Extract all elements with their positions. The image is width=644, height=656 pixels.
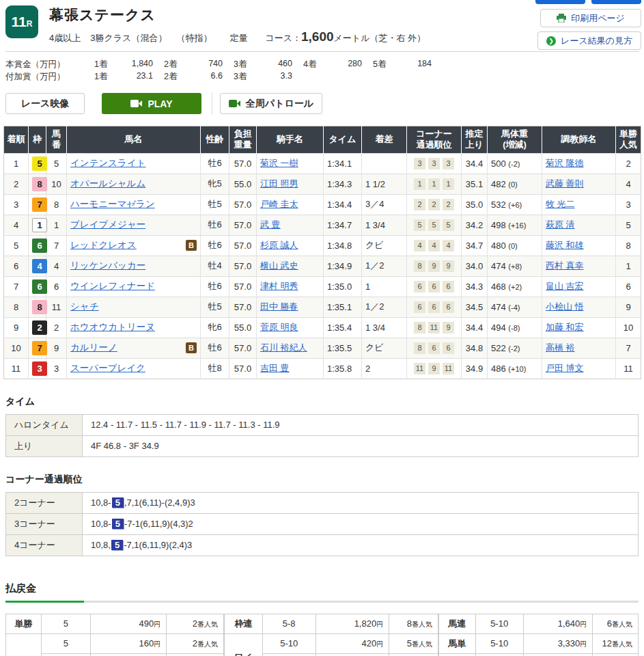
horse-name-link[interactable]: レッドクレオス <box>70 239 137 251</box>
jockey-name-link[interactable]: 杉原 誠人 <box>260 240 298 250</box>
trainer-name-link[interactable]: 牧 光二 <box>546 199 575 209</box>
finish-position: 6 <box>4 256 29 276</box>
horse-name-link[interactable]: インテンスライト <box>70 157 146 169</box>
frame-number-badge: 4 <box>32 259 47 273</box>
frame-number-badge: 8 <box>32 300 47 314</box>
horse-name-link[interactable]: シャチ <box>70 301 98 313</box>
jockey-name-link[interactable]: 横山 武史 <box>260 260 298 271</box>
body-weight-cell: 480 (0) <box>488 235 542 256</box>
corner-positions-cell: 666 <box>407 276 462 297</box>
result-column-header: 馬体重 (増減) <box>488 126 542 154</box>
patrol-video-button[interactable]: 全周パトロール <box>220 93 322 114</box>
payout-combination: 5 <box>41 633 90 653</box>
payout-combination: 5-8 <box>262 653 316 656</box>
horse-name-wrap: オパールシャルム <box>70 178 197 190</box>
result-row: 766ウインレフィナード牡657.0津村 明秀1:35.0166634.3468… <box>4 276 641 297</box>
corner-highlight-number: 5 <box>111 540 123 550</box>
jockey-name-link[interactable]: 田中 勝春 <box>260 301 298 312</box>
prize-rank-label: 1着 <box>94 71 116 83</box>
horse-name-link[interactable]: ホウオウカトリーヌ <box>70 321 155 333</box>
payout-row: 馬連5-101,640円6番人気 <box>438 614 638 633</box>
payout-combination: 5-10 <box>262 633 316 653</box>
trainer-name-link[interactable]: 高橋 裕 <box>546 342 575 353</box>
sex-age: 牡6 <box>201 276 229 297</box>
result-row: 8811シャチ牡557.0田中 勝春1:35.11／266634.5474 (-… <box>4 297 641 317</box>
sex-age: 牡6 <box>201 153 229 174</box>
payout-popularity: 5番人気 <box>389 633 438 653</box>
top-blue-button-2[interactable] <box>591 0 641 4</box>
margin: 2 <box>362 358 407 379</box>
time-section-title: タイム <box>5 396 639 408</box>
jockey-name-link[interactable]: 江田 照男 <box>260 178 298 189</box>
horse-name-link[interactable]: カルリーノ <box>70 342 117 354</box>
prize-rank-label: 3着 <box>234 59 255 70</box>
jockey-name-link[interactable]: 武 豊 <box>260 219 281 230</box>
payout-bet-type: 単勝 <box>6 614 42 633</box>
horse-name-cell: カルリーノB <box>67 338 201 358</box>
trainer-name-link[interactable]: 加藤 和宏 <box>546 322 584 332</box>
trainer-name-link[interactable]: 萩原 清 <box>546 219 575 230</box>
horse-name-link[interactable]: ハーモニーマゼラン <box>70 198 155 210</box>
top-blue-button-1[interactable] <box>535 0 585 4</box>
corner-row-value: 10,8,5-7,1(6,11,9)(2,4)3 <box>83 534 639 556</box>
page-title: 幕張ステークス <box>49 5 425 25</box>
trainer-name-link[interactable]: 戸田 博文 <box>546 363 584 373</box>
body-weight-cell: 474 (-4) <box>488 297 542 317</box>
horse-name-wrap: ホウオウカトリーヌ <box>70 321 197 333</box>
jockey-name-link[interactable]: 菅原 明良 <box>260 322 298 332</box>
payout-popularity: 6番人気 <box>593 614 639 633</box>
corner-order-suffix: ,7,1(6,11)-(2,4,9)3 <box>124 497 195 508</box>
trainer-name-link[interactable]: 菊沢 隆徳 <box>546 158 584 168</box>
win-favorite-rank: 11 <box>616 358 641 379</box>
result-row: 155インテンスライト牡657.0菊沢 一樹1:34.133334.4500 (… <box>4 153 641 174</box>
body-weight-diff: (+16) <box>508 221 526 230</box>
prize-rank-label: 3着 <box>234 71 255 83</box>
result-guide-button[interactable]: ❯ レース結果の見方 <box>537 31 641 50</box>
trainer-name-link[interactable]: 武藤 善則 <box>546 178 584 189</box>
jockey-name-link[interactable]: 吉田 豊 <box>260 363 290 373</box>
win-favorite-rank: 1 <box>616 256 641 276</box>
horse-name-link[interactable]: スーパーブレイク <box>70 362 145 374</box>
last-3f-time: 34.0 <box>462 256 488 276</box>
corner-position-box: 6 <box>443 281 454 292</box>
jockey-name-link[interactable]: 菊沢 一樹 <box>260 158 298 168</box>
horse-name-link[interactable]: オパールシャルム <box>70 178 145 190</box>
jockey-name-link[interactable]: 津村 明秀 <box>260 281 298 291</box>
body-weight-diff: (0) <box>508 242 517 250</box>
race-class-condition: 3勝クラス（混合） <box>90 33 167 43</box>
horse-name-link[interactable]: ウインレフィナード <box>70 280 155 292</box>
jockey-name-link[interactable]: 戸崎 圭太 <box>260 199 298 209</box>
course-unit: メートル（芝・右 外） <box>334 33 426 43</box>
trainer-name-link[interactable]: 藤沢 和雄 <box>546 240 584 250</box>
corner-position-box: 6 <box>414 301 425 313</box>
trainer-name-link[interactable]: 西村 真幸 <box>546 260 584 271</box>
time-row: ハロンタイム12.4 - 11.7 - 11.5 - 11.7 - 11.9 -… <box>6 414 639 435</box>
trainer-name-link[interactable]: 小桧山 悟 <box>546 301 584 312</box>
jockey-name-link[interactable]: 石川 裕紀人 <box>260 342 307 353</box>
horse-name-link[interactable]: ブレイブメジャー <box>70 219 145 231</box>
corner-row-value: 10,8-5,7,1(6,11)-(2,4,9)3 <box>83 492 639 513</box>
frame-number-badge: 1 <box>32 218 47 232</box>
horse-name-link[interactable]: リッケンバッカー <box>70 260 145 272</box>
print-page-button[interactable]: 印刷用ページ <box>540 9 641 27</box>
payout-row: 3連複5-8-102,500円8番人気 <box>438 653 638 656</box>
corner-position-box: 6 <box>428 281 440 292</box>
added-prize-label: 付加賞（万円） <box>5 71 83 83</box>
last-3f-time: 34.7 <box>462 235 488 256</box>
result-column-header: タイム <box>324 126 362 154</box>
corner-position-box: 1 <box>443 178 454 190</box>
carried-weight: 57.0 <box>229 215 257 235</box>
prize-section: 本賞金（万円） 1着1,8402着7403着4604着2805着184 付加賞（… <box>0 52 644 83</box>
play-button[interactable]: PLAY <box>102 93 201 114</box>
prize-rank-label: 5着 <box>373 59 395 70</box>
corner-positions-cell: 866 <box>407 338 462 358</box>
payout-popularity-value: 2 <box>193 618 197 629</box>
race-number: 11 <box>12 14 27 30</box>
payout-bet-type: 馬単 <box>438 633 475 653</box>
trainer-name-link[interactable]: 畠山 吉宏 <box>546 281 584 291</box>
payout-bet-type: 馬連 <box>438 614 475 633</box>
payout-popularity-unit: 番人気 <box>612 620 632 628</box>
corner-position-box: 6 <box>414 281 425 292</box>
race-result-table: 着順枠馬 番馬名性齢負担 重量騎手名タイム着差コーナー 通過順位推定 上り馬体重… <box>3 126 641 379</box>
race-video-button[interactable]: レース映像 <box>5 93 85 114</box>
